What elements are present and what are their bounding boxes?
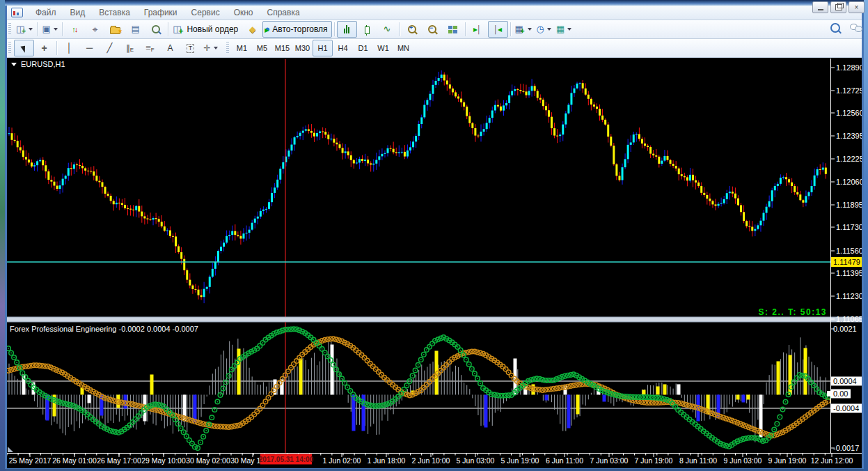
- close-icon: ×: [855, 3, 859, 12]
- trendline-button[interactable]: ╱: [100, 40, 120, 56]
- zoom-out-icon: −: [428, 25, 436, 33]
- zoom-in-button[interactable]: +: [402, 21, 423, 38]
- fibonacci-icon: ≡F: [145, 41, 154, 55]
- timeframe-m1-button[interactable]: M1: [232, 40, 252, 56]
- minimize-button[interactable]: [812, 1, 828, 13]
- svg-text:0.0021: 0.0021: [833, 325, 857, 333]
- svg-text:-0.0017: -0.0017: [833, 444, 859, 452]
- timeframe-mn-button[interactable]: MN: [393, 40, 413, 56]
- horizontal-line-button[interactable]: ─: [79, 40, 100, 56]
- svg-text:1.11479: 1.11479: [833, 258, 860, 266]
- timeframe-label: M30: [295, 44, 310, 52]
- vertical-line-icon: │: [66, 43, 72, 53]
- auto-scroll-icon: ▸│: [473, 24, 482, 34]
- cursor-button[interactable]: [14, 40, 34, 56]
- menu-file[interactable]: Файл: [29, 8, 63, 17]
- timeframe-h1-button[interactable]: H1: [313, 40, 333, 56]
- auto-scroll-button[interactable]: ▸│: [468, 21, 488, 38]
- timeframe-m30-button[interactable]: M30: [292, 40, 313, 56]
- chart-background: [7, 58, 862, 468]
- svg-text:0.0004: 0.0004: [833, 377, 857, 385]
- title-bar: [5, 0, 864, 6]
- templates-icon: ▦: [556, 24, 565, 34]
- navigator-button[interactable]: ★: [105, 21, 125, 38]
- toolbar-separator: [62, 22, 63, 36]
- svg-text:7 Jun 19:00: 7 Jun 19:00: [635, 456, 673, 465]
- dropdown-caret-icon: [547, 28, 551, 31]
- strategy-tester-icon: [152, 25, 160, 33]
- equidistant-channel-button[interactable]: ∥E: [120, 40, 140, 56]
- text-icon: A: [167, 43, 173, 53]
- toolbar-gripper[interactable]: [226, 42, 229, 54]
- indicator-title: Forex Professional Engineering -0.0002 0…: [10, 325, 198, 333]
- svg-text:1.11730: 1.11730: [836, 223, 862, 231]
- timeframe-label: H4: [338, 44, 347, 52]
- data-window-button[interactable]: ⌖: [85, 21, 105, 38]
- autotrading-button[interactable]: ●▶Авто-торговля: [262, 21, 331, 38]
- restore-button[interactable]: [830, 1, 846, 13]
- menu-help[interactable]: Справка: [260, 8, 307, 17]
- menu-view[interactable]: Вид: [63, 8, 93, 17]
- menu-window[interactable]: Окно: [227, 8, 260, 17]
- zoom-out-button[interactable]: −: [423, 21, 443, 38]
- new-order-icon: ◫+: [173, 22, 183, 36]
- fibonacci-button[interactable]: ≡F: [140, 40, 160, 56]
- crosshair-time-tag: 2017.05.31 14:00: [259, 454, 314, 465]
- timeframe-label: MN: [397, 44, 409, 52]
- toolbar-separator: [334, 22, 335, 36]
- metaeditor-button[interactable]: ◆: [242, 21, 262, 38]
- periods-button[interactable]: ◷: [534, 21, 554, 38]
- horizontal-line-icon: ─: [86, 43, 93, 53]
- chart-bars-button[interactable]: [337, 21, 357, 38]
- indicators-button[interactable]: ▦+: [513, 21, 534, 38]
- arrows-button[interactable]: ✛: [200, 40, 221, 56]
- timeframe-m5-button[interactable]: M5: [252, 40, 272, 56]
- profiles-button[interactable]: ▣: [40, 21, 60, 38]
- toolbar-gripper[interactable]: [8, 23, 11, 36]
- text-label-button[interactable]: T: [180, 40, 200, 56]
- drawing-toolbar: +│─╱∥E≡FAT✛M1M5M15M30H1H4D1W1MN: [7, 39, 862, 58]
- chart-line-button[interactable]: ∿: [377, 21, 397, 38]
- menu-insert[interactable]: Вставка: [92, 8, 137, 17]
- timeframe-h4-button[interactable]: H4: [333, 40, 353, 56]
- svg-text:9 Jun 03:00: 9 Jun 03:00: [724, 456, 762, 465]
- new-order-button[interactable]: ◫+Новый ордер: [171, 21, 242, 38]
- symbol-label: EURUSD,H1: [21, 60, 65, 68]
- tile-windows-button[interactable]: [443, 21, 463, 38]
- pane-splitter[interactable]: [7, 317, 862, 322]
- terminal-button[interactable]: ▤: [125, 21, 145, 38]
- menu-tools[interactable]: Сервис: [184, 8, 227, 17]
- chart-shift-button[interactable]: │◂: [488, 21, 508, 38]
- svg-text:1 Jun 18:00: 1 Jun 18:00: [368, 456, 406, 465]
- svg-text:1.12395: 1.12395: [836, 132, 862, 140]
- indicator-level-tag-lower: -0.0004: [831, 404, 862, 413]
- crosshair-button[interactable]: +: [34, 40, 54, 56]
- templates-button[interactable]: ▦: [554, 21, 574, 38]
- timeframe-label: W1: [377, 44, 389, 52]
- channel-icon: ∥E: [126, 41, 134, 55]
- search-icon[interactable]: [830, 23, 840, 33]
- svg-text:12 Jun 12:00: 12 Jun 12:00: [811, 456, 853, 465]
- svg-text:1 Jun 02:00: 1 Jun 02:00: [323, 456, 361, 465]
- timeframe-w1-button[interactable]: W1: [373, 40, 393, 56]
- menu-bar: ФайлВидВставкаГрафикиСервисОкноСправка: [7, 6, 862, 20]
- new-chart-button[interactable]: ◫+: [14, 21, 35, 38]
- vertical-line-button[interactable]: │: [59, 40, 79, 56]
- timeframe-d1-button[interactable]: D1: [353, 40, 373, 56]
- text-button[interactable]: A: [160, 40, 180, 56]
- chart-candles-icon: [365, 25, 370, 34]
- timeframe-m15-button[interactable]: M15: [272, 40, 292, 56]
- autotrading-label: Авто-торговля: [272, 24, 327, 34]
- menu-charts[interactable]: Графики: [137, 8, 184, 17]
- svg-text:5 Jun 03:00: 5 Jun 03:00: [457, 456, 495, 465]
- chart-candles-button[interactable]: [357, 21, 377, 38]
- community-chat-icon[interactable]: [850, 24, 862, 32]
- data-window-icon: ⌖: [93, 24, 98, 34]
- market-watch-button[interactable]: ↑↓: [65, 21, 85, 38]
- toolbar-separator: [168, 22, 168, 36]
- close-button[interactable]: ×: [849, 1, 865, 13]
- strategy-tester-button[interactable]: [145, 21, 166, 38]
- chart-area[interactable]: EURUSD,H1 S: 2.. T: 50:13 Forex Professi…: [7, 58, 862, 468]
- svg-text:25 May 2017: 25 May 2017: [9, 456, 52, 465]
- toolbar-gripper[interactable]: [8, 42, 11, 54]
